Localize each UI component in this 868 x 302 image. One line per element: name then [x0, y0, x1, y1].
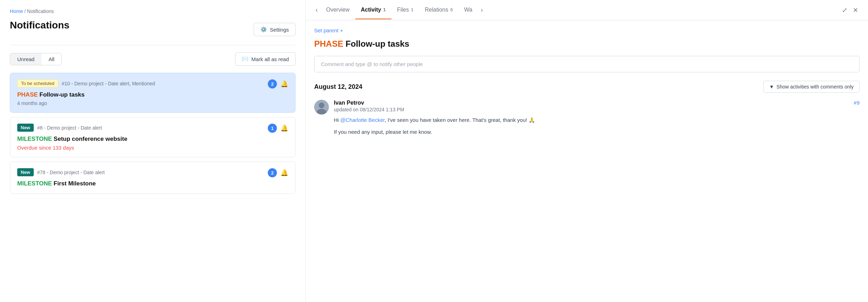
new-badge: New — [17, 124, 34, 132]
comment-input[interactable]: Comment and type @ to notify other peopl… — [314, 56, 860, 72]
notif-meta-text: #78 - Demo project - Date alert — [37, 170, 105, 175]
right-tabs: ‹ Overview Activity 1 Files 1 Relations … — [306, 0, 868, 20]
tab-files[interactable]: Files 1 — [391, 1, 419, 19]
page-title: Notifications — [10, 20, 70, 31]
tab-all[interactable]: All — [41, 53, 61, 65]
tag-badge: To be scheduled — [17, 79, 58, 87]
entity-label-milestone: MILESTONE — [17, 180, 52, 187]
notification-card[interactable]: To be scheduled #10 - Demo project - Dat… — [10, 73, 296, 113]
notif-title: PHASE Follow-up tasks — [17, 91, 288, 98]
tab-unread[interactable]: Unread — [10, 53, 41, 65]
notification-card[interactable]: New #78 - Demo project - Date alert 2 🔔 … — [10, 162, 296, 194]
entity-title: PHASE Follow-up tasks — [314, 39, 860, 49]
breadcrumb-current: Notifications — [27, 8, 54, 14]
breadcrumb-separator: / — [24, 8, 27, 14]
activity-comment-1: Hi @Charlotte Becker, I've seen you have… — [334, 116, 860, 124]
activity-author-row: Ivan Petrov updated on 08/12/2024 1:13 P… — [334, 100, 860, 112]
activity-timestamp: updated on 08/12/2024 1:13 PM — [334, 107, 404, 112]
prev-tab-button[interactable]: ‹ — [313, 5, 320, 15]
new-badge: New — [17, 168, 34, 176]
overdue-text: Overdue since 133 days — [17, 145, 288, 151]
close-icon-btn[interactable]: ✕ — [850, 4, 861, 17]
breadcrumb-home[interactable]: Home — [10, 8, 23, 14]
task-name: Setup conference website — [54, 136, 128, 142]
notification-card[interactable]: New #8 - Demo project - Date alert 1 🔔 M… — [10, 117, 296, 157]
tab-overview[interactable]: Overview — [320, 1, 355, 19]
activity-entry: Ivan Petrov updated on 08/12/2024 1:13 P… — [314, 100, 860, 136]
right-content: Set parent + PHASE Follow-up tasks Comme… — [306, 20, 868, 302]
filter-icon: ▼ — [769, 84, 774, 90]
divider — [10, 45, 296, 45]
mention: @Charlotte Becker — [340, 117, 384, 123]
activity-comment-2: If you need any input, please let me kno… — [334, 128, 860, 136]
right-panel: ‹ Overview Activity 1 Files 1 Relations … — [306, 0, 868, 302]
tab-wa[interactable]: Wa — [459, 1, 478, 19]
count-badge: 1 — [268, 124, 277, 133]
tab-group: Unread All — [10, 53, 62, 65]
activity-body: Ivan Petrov updated on 08/12/2024 1:13 P… — [334, 100, 860, 136]
notif-meta-text: #8 - Demo project - Date alert — [37, 125, 102, 131]
breadcrumb: Home / Notifications — [10, 8, 296, 14]
notif-title: MILESTONE Setup conference website — [17, 136, 288, 143]
settings-icon: ⚙️ — [260, 26, 267, 33]
notif-meta: New #78 - Demo project - Date alert — [17, 168, 105, 176]
entity-title-text: Follow-up tasks — [345, 39, 409, 48]
settings-button[interactable]: ⚙️ Settings — [254, 23, 296, 36]
notif-meta: New #8 - Demo project - Date alert — [17, 124, 102, 132]
next-tab-button[interactable]: › — [478, 5, 486, 15]
task-name: First Milestone — [54, 180, 96, 187]
files-count: 1 — [411, 7, 414, 12]
envelope-icon: ✉️ — [242, 56, 248, 62]
set-parent-link[interactable]: Set parent + — [314, 27, 343, 33]
notif-time: 4 months ago — [17, 100, 288, 106]
activity-count: 1 — [383, 7, 386, 12]
notif-actions: 2 🔔 — [268, 79, 288, 88]
expand-icon-btn[interactable]: ⤢ — [839, 4, 850, 17]
task-name: Follow-up tasks — [39, 91, 84, 98]
notif-actions: 2 🔔 — [268, 168, 288, 177]
relations-count: 6 — [450, 7, 453, 12]
activity-ref: #9 — [854, 100, 860, 106]
left-panel: Home / Notifications Notifications ⚙️ Se… — [0, 0, 306, 302]
toolbar: Unread All ✉️ Mark all as read — [10, 52, 296, 66]
mark-read-icon-btn[interactable]: 🔔 — [280, 80, 288, 88]
activity-author: Ivan Petrov — [334, 100, 404, 106]
mark-read-icon-btn[interactable]: 🔔 — [280, 124, 288, 132]
count-badge: 2 — [268, 168, 277, 177]
count-badge: 2 — [268, 79, 277, 88]
avatar — [314, 100, 329, 114]
activity-date-row: August 12, 2024 ▼ Show activities with c… — [314, 81, 860, 93]
notif-title: MILESTONE First Milestone — [17, 180, 288, 187]
notif-actions: 1 🔔 — [268, 124, 288, 133]
entity-label-milestone: MILESTONE — [17, 136, 52, 142]
tab-activity[interactable]: Activity 1 — [355, 1, 391, 19]
activity-date: August 12, 2024 — [314, 83, 362, 91]
notif-meta-text: #10 - Demo project - Date alert, Mention… — [62, 81, 155, 86]
notif-meta: To be scheduled #10 - Demo project - Dat… — [17, 79, 155, 87]
mark-all-read-button[interactable]: ✉️ Mark all as read — [235, 52, 296, 66]
mark-read-icon-btn[interactable]: 🔔 — [280, 169, 288, 177]
entity-label: PHASE — [314, 39, 343, 48]
tab-relations[interactable]: Relations 6 — [419, 1, 459, 19]
filter-comments-button[interactable]: ▼ Show activities with comments only — [763, 81, 860, 93]
entity-label-phase: PHASE — [17, 91, 38, 98]
svg-point-1 — [319, 103, 324, 108]
